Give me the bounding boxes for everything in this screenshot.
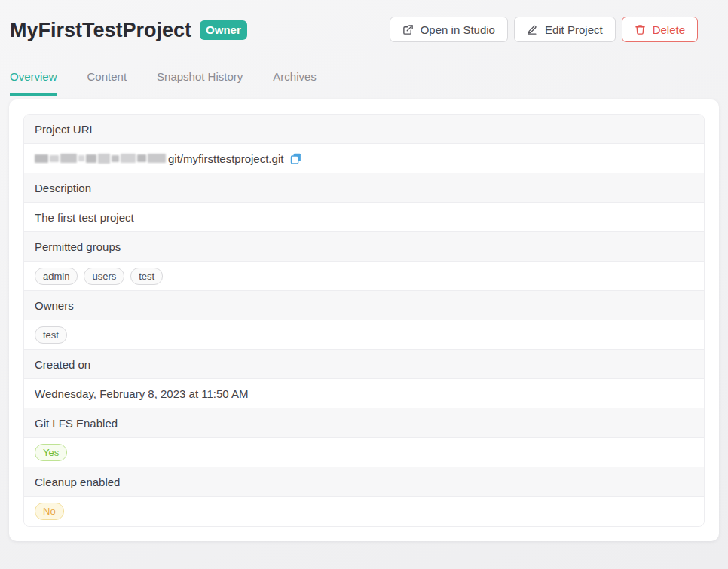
permitted-groups-label: Permitted groups — [35, 240, 121, 253]
created-on-value: Wednesday, February 8, 2023 at 11:50 AM — [35, 387, 249, 400]
permitted-groups-header-row: Permitted groups — [24, 232, 704, 262]
copy-url-icon[interactable] — [289, 152, 302, 165]
permitted-groups-value-row: admin users test — [24, 262, 704, 291]
project-details-table: Project URL git/myfirsttestproject.git — [23, 114, 705, 527]
description-value: The first test project — [35, 211, 134, 224]
open-in-studio-button[interactable]: Open in Studio — [390, 17, 508, 42]
project-url-value: git/myfirsttestproject.git — [35, 152, 302, 165]
cleanup-status-badge: No — [35, 503, 64, 520]
cleanup-value-row: No — [24, 497, 704, 526]
git-lfs-value-row: Yes — [24, 438, 704, 467]
git-lfs-header-row: Git LFS Enabled — [24, 408, 704, 438]
page-header: MyFirstTestProject Owner Open in Studio … — [0, 0, 728, 44]
project-url-redacted-blur — [35, 154, 166, 164]
external-link-icon — [402, 24, 414, 35]
group-tag: admin — [35, 268, 78, 285]
tab-snapshot-history[interactable]: Snapshot History — [157, 70, 243, 96]
git-lfs-status-badge: Yes — [35, 444, 67, 461]
owner-role-badge: Owner — [200, 20, 247, 40]
tab-content[interactable]: Content — [87, 70, 127, 96]
header-actions: Open in Studio Edit Project Delete — [390, 17, 698, 42]
trash-icon — [635, 24, 646, 35]
description-value-row: The first test project — [24, 203, 704, 232]
open-in-studio-label: Open in Studio — [421, 23, 495, 36]
overview-card: Project URL git/myfirsttestproject.git — [9, 99, 719, 541]
project-url-label: Project URL — [35, 123, 96, 136]
created-on-label: Created on — [35, 358, 90, 371]
tab-overview[interactable]: Overview — [10, 70, 57, 96]
description-header-row: Description — [24, 173, 704, 203]
edit-project-label: Edit Project — [545, 23, 603, 36]
group-tag: users — [84, 268, 124, 285]
owner-tag: test — [35, 326, 67, 344]
git-lfs-label: Git LFS Enabled — [35, 417, 118, 430]
title-wrap: MyFirstTestProject Owner — [10, 17, 247, 44]
cleanup-label: Cleanup enabled — [35, 476, 120, 488]
delete-label: Delete — [653, 23, 685, 36]
created-on-header-row: Created on — [24, 350, 704, 379]
page-title: MyFirstTestProject — [10, 17, 191, 44]
cleanup-header-row: Cleanup enabled — [24, 467, 704, 497]
delete-button[interactable]: Delete — [622, 17, 698, 42]
project-url-visible-text: git/myfirsttestproject.git — [168, 152, 283, 165]
owners-value-row: test — [24, 320, 704, 350]
created-on-value-row: Wednesday, February 8, 2023 at 11:50 AM — [24, 379, 704, 408]
edit-project-button[interactable]: Edit Project — [514, 17, 616, 42]
tab-archives[interactable]: Archives — [273, 70, 317, 96]
tab-bar: Overview Content Snapshot History Archiv… — [0, 70, 728, 96]
project-url-header-row: Project URL — [24, 115, 704, 144]
owners-header-row: Owners — [24, 291, 704, 320]
group-tag: test — [130, 268, 163, 285]
description-label: Description — [35, 182, 91, 194]
owners-label: Owners — [35, 299, 74, 312]
project-url-value-row: git/myfirsttestproject.git — [24, 144, 704, 173]
edit-pencil-icon — [527, 24, 538, 35]
